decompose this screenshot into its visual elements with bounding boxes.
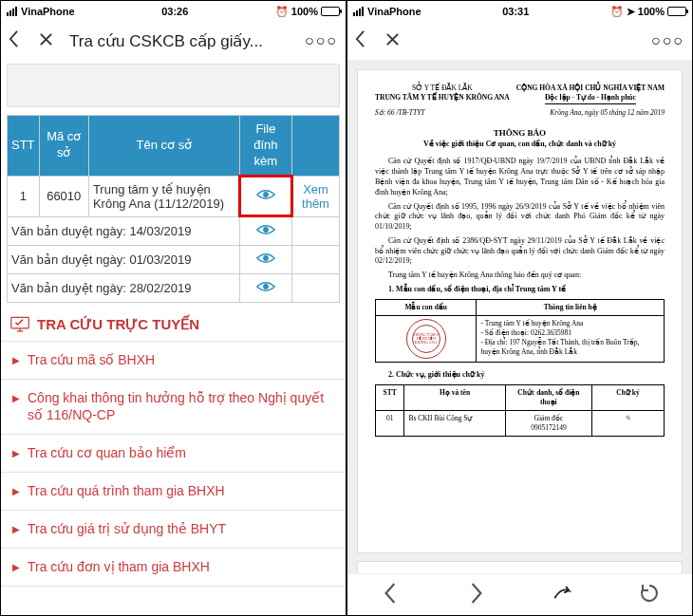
cell-file[interactable] <box>239 245 291 273</box>
share-icon[interactable] <box>553 583 573 607</box>
reload-icon[interactable] <box>639 583 660 607</box>
link-text[interactable]: Tra cứu giá trị sử dụng thẻ BHYT <box>28 520 226 538</box>
link-text[interactable]: Tra cứu mã số BHXH <box>28 351 155 369</box>
contact-line: - Địa chỉ: 197 Nguyễn Tất Thành, thị trấ… <box>480 338 660 357</box>
caret-icon: ▶ <box>12 392 20 405</box>
status-bar: VinaPhone 03:31 ⏰ ➤ 100% <box>347 1 692 22</box>
th-stamp: Mẫu con dấu <box>376 299 477 315</box>
cell-ten: Trung tâm y tế huyện Krông Ana (11/12/20… <box>88 176 239 216</box>
approval-row: Văn bản duyệt ngày: 01/03/2019 <box>8 245 340 273</box>
caret-icon: ▶ <box>12 561 20 574</box>
doc-subtitle: Về việc giới thiệu Cơ quan, con dấu, chứ… <box>375 140 665 150</box>
left-screen: VinaPhone 03:26 ⏰ 100% Tra cứu CSKCB cấp… <box>0 0 346 616</box>
bottom-toolbar <box>347 573 692 615</box>
close-icon[interactable] <box>39 32 56 50</box>
battery-icon <box>321 7 340 16</box>
link-text[interactable]: Tra cứu đơn vị tham gia BHXH <box>28 558 210 576</box>
carrier-label: VinaPhone <box>367 6 421 17</box>
link-text[interactable]: Tra cứu quá trình tham gia BHXH <box>28 482 225 500</box>
cell-ma: 66010 <box>39 176 88 216</box>
contact-cell: - Trung tâm Y tế huyện Krông Ana - Số đi… <box>477 316 665 363</box>
approval-row: Văn bản duyệt ngày: 14/03/2019 <box>8 216 340 245</box>
doc-number: Số: 66 /TB-TTYT <box>375 108 425 118</box>
battery-percent: 100% <box>638 6 665 17</box>
signal-icon <box>7 7 17 16</box>
titlebar: ○○○ <box>347 22 692 60</box>
doc-org1: SỞ Y TẾ ĐẮK LẮK <box>375 84 510 93</box>
document-page: SỞ Y TẾ ĐẮK LẮK TRUNG TÂM Y TẾ HUYỆN KRÔ… <box>357 69 683 553</box>
cell-file[interactable] <box>239 176 291 216</box>
section-title-text: TRA CỨU TRỰC TUYẾN <box>37 316 199 333</box>
signature-icon: ✎ <box>625 414 630 422</box>
close-icon[interactable] <box>385 32 403 50</box>
doc-heading: 2. Chức vụ, giới thiệu chữ ký <box>375 370 665 381</box>
location-icon: ➤ <box>627 6 635 18</box>
cell-stt: 1 <box>8 176 40 216</box>
doc-paragraph: Căn cứ Quyết định số 1995, 1996 ngày 26/… <box>375 202 665 233</box>
cell-file[interactable] <box>239 216 291 245</box>
document-viewport[interactable]: SỞ Y TẾ ĐẮK LẮK TRUNG TÂM Y TẾ HUYỆN KRÔ… <box>347 60 692 573</box>
section-title: TRA CỨU TRỰC TUYẾN <box>1 303 346 341</box>
caret-icon: ▶ <box>12 354 20 367</box>
svg-point-0 <box>263 192 269 197</box>
eye-icon[interactable] <box>256 225 275 239</box>
stamp-contact-table: Mẫu con dấu Thông tin liên hệ TRUNG TÂM … <box>375 299 665 363</box>
monitor-check-icon <box>10 316 29 333</box>
alarm-icon: ⏰ <box>610 6 624 18</box>
col-ten: Tên cơ sở <box>88 116 239 177</box>
th-name: Họ và tên <box>404 384 505 410</box>
list-item[interactable]: ▶Tra cứu quá trình tham gia BHXH <box>1 473 346 511</box>
svg-point-1 <box>263 227 269 233</box>
nav-back-icon[interactable] <box>380 583 401 607</box>
col-file: File đính kèm <box>239 116 291 177</box>
carrier-label: VinaPhone <box>21 6 75 17</box>
search-placeholder-box[interactable] <box>7 64 340 107</box>
eye-icon[interactable] <box>256 190 275 204</box>
cell-file[interactable] <box>239 273 291 302</box>
caret-icon: ▶ <box>12 485 20 498</box>
list-item[interactable]: ▶Tra cứu cơ quan bảo hiểm <box>1 435 346 473</box>
battery-percent: 100% <box>291 6 318 17</box>
eye-icon[interactable] <box>256 253 275 268</box>
eye-icon[interactable] <box>256 282 275 296</box>
cell-xem[interactable]: Xem thêm <box>292 176 340 216</box>
doc-org2: TRUNG TÂM Y TẾ HUYỆN KRÔNG ANA <box>375 93 510 103</box>
back-icon[interactable] <box>9 30 26 51</box>
doc-title: THÔNG BÁO <box>375 127 665 139</box>
page-title: Tra cứu CSKCB cấp giấy... <box>69 31 291 51</box>
list-item[interactable]: ▶Tra cứu đơn vị tham gia BHXH <box>1 549 346 587</box>
more-icon[interactable]: ○○○ <box>305 32 338 49</box>
doc-nation: CỘNG HÒA XÃ HỘI CHỦ NGHĨA VIỆT NAM <box>516 84 665 93</box>
link-text[interactable]: Tra cứu cơ quan bảo hiểm <box>28 444 186 462</box>
col-stt: STT <box>8 116 40 177</box>
status-bar: VinaPhone 03:26 ⏰ 100% <box>1 1 346 22</box>
doc-motto: Độc lập - Tự do - Hạnh phúc <box>545 93 636 104</box>
titlebar: Tra cứu CSKCB cấp giấy... ○○○ <box>1 22 346 60</box>
right-screen: VinaPhone 03:31 ⏰ ➤ 100% ○○○ SỞ Y TẾ ĐẮK… <box>346 0 693 616</box>
results-table: STT Mã cơ sở Tên cơ sở File đính kèm 1 6… <box>7 115 340 303</box>
status-time: 03:31 <box>421 6 610 17</box>
svg-point-3 <box>263 284 269 289</box>
th-pos: Chức danh, số điện thoại <box>505 384 591 410</box>
list-item[interactable]: ▶Công khai thông tin hưởng hỗ trợ theo N… <box>1 380 346 436</box>
list-item[interactable]: ▶Tra cứu giá trị sử dụng thẻ BHYT <box>1 511 346 549</box>
col-ma: Mã cơ sở <box>39 116 88 177</box>
link-text[interactable]: Công khai thông tin hưởng hỗ trợ theo Ng… <box>28 389 334 425</box>
th-stt: STT <box>376 384 404 410</box>
th-contact: Thông tin liên hệ <box>477 299 665 315</box>
back-icon[interactable] <box>355 30 372 51</box>
table-row: 01 Bs CKII Bùi Công Sự Giám đốc 09051721… <box>376 411 665 437</box>
list-item[interactable]: ▶Tra cứu mã số BHXH <box>1 342 346 380</box>
more-icon[interactable]: ○○○ <box>651 32 684 49</box>
svg-point-2 <box>263 255 269 261</box>
approval-text: Văn bản duyệt ngày: 01/03/2019 <box>8 245 240 273</box>
stamp-icon: TRUNG TÂM Y TẾ HUYỆN KRÔNG ANA <box>406 319 446 359</box>
doc-heading: 1. Mẫu con dấu, số điện thoại, địa chỉ T… <box>375 285 665 295</box>
th-sig: Chữ ký <box>591 384 664 410</box>
view-more-link[interactable]: Xem thêm <box>302 182 329 211</box>
doc-paragraph: Căn cứ Quyết định số 2386/QĐ-SYT ngày 29… <box>375 236 665 267</box>
nav-forward-icon[interactable] <box>466 583 487 607</box>
contact-line: - Số điện thoại: 0262.3635981 <box>480 328 660 338</box>
doc-paragraph: Căn cứ Quyết định số 1917/QĐ-UBND ngày 1… <box>375 157 665 197</box>
battery-icon <box>667 7 686 16</box>
